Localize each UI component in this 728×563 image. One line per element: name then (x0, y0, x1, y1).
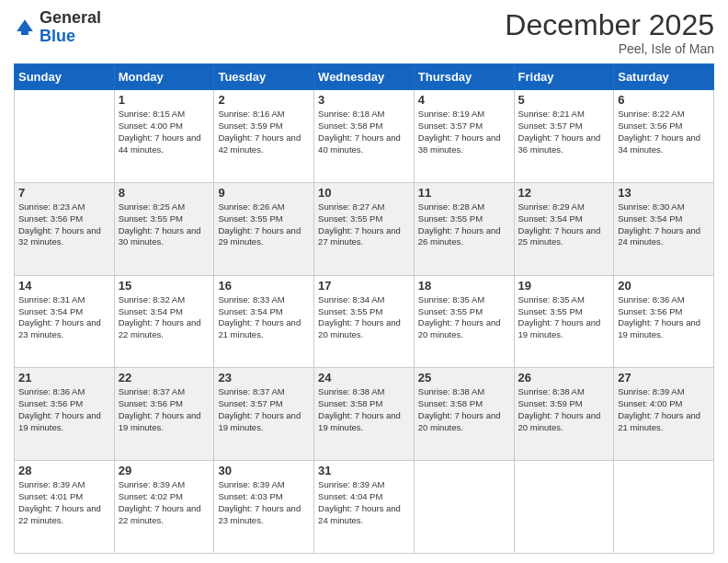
day-info: Sunrise: 8:39 AM Sunset: 4:00 PM Dayligh… (618, 386, 710, 433)
day-number: 28 (18, 464, 110, 477)
calendar-cell: 30 Sunrise: 8:39 AM Sunset: 4:03 PM Dayl… (214, 461, 314, 554)
calendar-cell (614, 461, 714, 554)
day-number: 3 (318, 93, 410, 107)
header-sunday: Sunday (15, 64, 115, 90)
day-info: Sunrise: 8:39 AM Sunset: 4:01 PM Dayligh… (18, 479, 110, 526)
day-info: Sunrise: 8:28 AM Sunset: 3:55 PM Dayligh… (418, 201, 510, 248)
calendar-week-row: 7 Sunrise: 8:23 AM Sunset: 3:56 PM Dayli… (15, 182, 714, 275)
calendar-cell: 22 Sunrise: 8:37 AM Sunset: 3:56 PM Dayl… (114, 368, 214, 461)
day-number: 8 (119, 186, 210, 200)
calendar-cell: 9 Sunrise: 8:26 AM Sunset: 3:55 PM Dayli… (214, 182, 314, 275)
day-info: Sunrise: 8:29 AM Sunset: 3:54 PM Dayligh… (518, 201, 610, 248)
day-number: 19 (518, 279, 610, 293)
header-tuesday: Tuesday (214, 64, 314, 90)
day-info: Sunrise: 8:39 AM Sunset: 4:04 PM Dayligh… (318, 479, 410, 526)
calendar-cell: 18 Sunrise: 8:35 AM Sunset: 3:55 PM Dayl… (414, 275, 514, 368)
calendar-cell: 1 Sunrise: 8:15 AM Sunset: 4:00 PM Dayli… (114, 90, 214, 183)
calendar-cell: 24 Sunrise: 8:38 AM Sunset: 3:58 PM Dayl… (314, 368, 415, 461)
calendar-cell: 10 Sunrise: 8:27 AM Sunset: 3:55 PM Dayl… (314, 182, 415, 275)
calendar-cell: 31 Sunrise: 8:39 AM Sunset: 4:04 PM Dayl… (314, 461, 415, 554)
day-number: 29 (119, 464, 210, 477)
calendar-cell: 14 Sunrise: 8:31 AM Sunset: 3:54 PM Dayl… (15, 275, 115, 368)
location: Peel, Isle of Man (505, 41, 714, 56)
day-number: 6 (618, 93, 710, 107)
day-number: 20 (618, 279, 710, 293)
day-number: 26 (518, 371, 610, 385)
calendar-cell: 17 Sunrise: 8:34 AM Sunset: 3:55 PM Dayl… (314, 275, 415, 368)
day-number: 27 (618, 371, 710, 385)
calendar-cell: 21 Sunrise: 8:36 AM Sunset: 3:56 PM Dayl… (15, 368, 115, 461)
day-number: 1 (119, 93, 210, 107)
calendar-week-row: 1 Sunrise: 8:15 AM Sunset: 4:00 PM Dayli… (15, 90, 714, 183)
calendar-week-row: 14 Sunrise: 8:31 AM Sunset: 3:54 PM Dayl… (15, 275, 714, 368)
day-info: Sunrise: 8:21 AM Sunset: 3:57 PM Dayligh… (518, 109, 610, 155)
title-section: December 2025 Peel, Isle of Man (505, 9, 714, 56)
calendar-cell: 29 Sunrise: 8:39 AM Sunset: 4:02 PM Dayl… (114, 461, 214, 554)
day-info: Sunrise: 8:15 AM Sunset: 4:00 PM Dayligh… (119, 109, 210, 155)
calendar-cell: 5 Sunrise: 8:21 AM Sunset: 3:57 PM Dayli… (514, 90, 614, 183)
calendar-cell: 6 Sunrise: 8:22 AM Sunset: 3:56 PM Dayli… (614, 90, 714, 183)
day-info: Sunrise: 8:38 AM Sunset: 3:59 PM Dayligh… (518, 386, 610, 433)
day-number: 31 (318, 464, 410, 477)
day-info: Sunrise: 8:23 AM Sunset: 3:56 PM Dayligh… (18, 201, 110, 248)
day-info: Sunrise: 8:37 AM Sunset: 3:56 PM Dayligh… (119, 386, 210, 433)
day-number: 17 (318, 279, 410, 293)
day-info: Sunrise: 8:39 AM Sunset: 4:03 PM Dayligh… (218, 479, 310, 526)
header-thursday: Thursday (414, 64, 514, 90)
calendar-cell: 16 Sunrise: 8:33 AM Sunset: 3:54 PM Dayl… (214, 275, 314, 368)
day-number: 21 (18, 371, 110, 385)
day-info: Sunrise: 8:16 AM Sunset: 3:59 PM Dayligh… (218, 109, 310, 155)
day-info: Sunrise: 8:38 AM Sunset: 3:58 PM Dayligh… (418, 386, 510, 433)
day-number: 2 (218, 93, 310, 107)
day-number: 4 (418, 93, 510, 107)
day-number: 9 (218, 186, 310, 200)
day-info: Sunrise: 8:39 AM Sunset: 4:02 PM Dayligh… (119, 479, 210, 526)
header-friday: Friday (514, 64, 614, 90)
day-number: 25 (418, 371, 510, 385)
day-number: 12 (518, 186, 610, 200)
calendar-cell (15, 90, 115, 183)
header: General Blue December 2025 Peel, Isle of… (14, 9, 714, 56)
day-info: Sunrise: 8:27 AM Sunset: 3:55 PM Dayligh… (318, 201, 410, 248)
day-number: 30 (218, 464, 310, 477)
day-number: 14 (18, 279, 110, 293)
calendar-cell (514, 461, 614, 554)
day-number: 23 (218, 371, 310, 385)
day-info: Sunrise: 8:34 AM Sunset: 3:55 PM Dayligh… (318, 294, 410, 341)
day-number: 7 (18, 186, 110, 200)
calendar-cell: 15 Sunrise: 8:32 AM Sunset: 3:54 PM Dayl… (114, 275, 214, 368)
day-number: 10 (318, 186, 410, 200)
calendar-cell: 12 Sunrise: 8:29 AM Sunset: 3:54 PM Dayl… (514, 182, 614, 275)
day-info: Sunrise: 8:33 AM Sunset: 3:54 PM Dayligh… (218, 294, 310, 341)
calendar-cell: 3 Sunrise: 8:18 AM Sunset: 3:58 PM Dayli… (314, 90, 415, 183)
header-wednesday: Wednesday (314, 64, 415, 90)
day-info: Sunrise: 8:31 AM Sunset: 3:54 PM Dayligh… (18, 294, 110, 341)
day-info: Sunrise: 8:26 AM Sunset: 3:55 PM Dayligh… (218, 201, 310, 248)
day-number: 16 (218, 279, 310, 293)
header-monday: Monday (114, 64, 214, 90)
calendar-table: Sunday Monday Tuesday Wednesday Thursday… (14, 63, 714, 554)
day-info: Sunrise: 8:37 AM Sunset: 3:57 PM Dayligh… (218, 386, 310, 433)
day-info: Sunrise: 8:19 AM Sunset: 3:57 PM Dayligh… (418, 109, 510, 155)
day-info: Sunrise: 8:18 AM Sunset: 3:58 PM Dayligh… (318, 109, 410, 155)
day-number: 24 (318, 371, 410, 385)
calendar-week-row: 21 Sunrise: 8:36 AM Sunset: 3:56 PM Dayl… (15, 368, 714, 461)
day-info: Sunrise: 8:35 AM Sunset: 3:55 PM Dayligh… (518, 294, 610, 341)
day-info: Sunrise: 8:36 AM Sunset: 3:56 PM Dayligh… (18, 386, 110, 433)
svg-marker-0 (17, 19, 33, 31)
day-number: 15 (119, 279, 210, 293)
day-info: Sunrise: 8:35 AM Sunset: 3:55 PM Dayligh… (418, 294, 510, 341)
calendar-cell: 25 Sunrise: 8:38 AM Sunset: 3:58 PM Dayl… (414, 368, 514, 461)
day-number: 11 (418, 186, 510, 200)
day-info: Sunrise: 8:32 AM Sunset: 3:54 PM Dayligh… (119, 294, 210, 341)
calendar-cell: 20 Sunrise: 8:36 AM Sunset: 3:56 PM Dayl… (614, 275, 714, 368)
logo: General Blue (14, 9, 101, 46)
day-info: Sunrise: 8:36 AM Sunset: 3:56 PM Dayligh… (618, 294, 710, 341)
calendar-cell: 13 Sunrise: 8:30 AM Sunset: 3:54 PM Dayl… (614, 182, 714, 275)
day-info: Sunrise: 8:25 AM Sunset: 3:55 PM Dayligh… (119, 201, 210, 248)
logo-text: General Blue (40, 9, 101, 46)
header-saturday: Saturday (614, 64, 714, 90)
day-number: 18 (418, 279, 510, 293)
calendar-cell: 8 Sunrise: 8:25 AM Sunset: 3:55 PM Dayli… (114, 182, 214, 275)
page: General Blue December 2025 Peel, Isle of… (0, 0, 728, 563)
